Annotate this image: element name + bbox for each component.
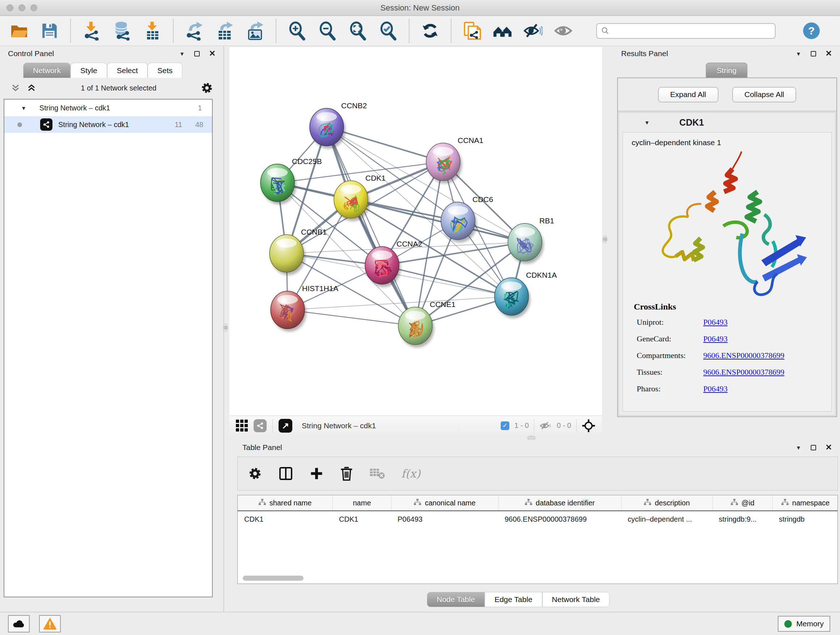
tab-string[interactable]: String: [706, 63, 748, 78]
table-cell[interactable]: 9606.ENSP00000378699: [498, 511, 621, 527]
table-row[interactable]: CDK1CDK1P064939606.ENSP00000378699cyclin…: [238, 511, 837, 527]
table-horizontal-scrollbar[interactable]: [243, 576, 303, 581]
collapse-all-button[interactable]: Collapse All: [732, 87, 797, 103]
panel-close-icon[interactable]: ✕: [826, 443, 832, 451]
birdseye-view-icon[interactable]: ↗: [279, 419, 292, 432]
eye-icon: [554, 21, 573, 41]
search-input[interactable]: [612, 27, 771, 35]
crosslink-value-link[interactable]: P06493: [703, 334, 821, 344]
table-cell[interactable]: cyclin–dependent ...: [621, 511, 712, 527]
open-session-button[interactable]: [9, 21, 29, 41]
tab-sets[interactable]: Sets: [148, 63, 182, 78]
grid-mode-icon[interactable]: [236, 420, 248, 432]
help-button[interactable]: ?: [803, 22, 820, 39]
warnings-button[interactable]: [39, 615, 61, 632]
crosslink-value-link[interactable]: P06493: [703, 384, 821, 394]
column-header[interactable]: database identifier: [498, 495, 621, 510]
table-cell[interactable]: P06493: [391, 511, 498, 527]
string-view-icon[interactable]: [254, 419, 267, 432]
panel-menu-icon[interactable]: ▼: [796, 445, 801, 450]
network-node-rb1[interactable]: RB1: [508, 217, 554, 264]
column-header[interactable]: @id: [712, 495, 772, 510]
panel-float-icon[interactable]: [194, 51, 200, 57]
network-edge[interactable]: [351, 200, 525, 242]
zoom-out-icon: [317, 21, 337, 41]
network-node-cdk1[interactable]: CDK1: [334, 174, 386, 221]
column-header[interactable]: name: [332, 495, 391, 510]
collection-expand-icon[interactable]: ▼: [21, 105, 27, 111]
zoom-selected-button[interactable]: [378, 21, 398, 41]
network-node-cdkn1a[interactable]: CDKN1A: [494, 271, 557, 318]
memory-button[interactable]: Memory: [778, 616, 830, 632]
zoom-out-button[interactable]: [317, 21, 337, 41]
panel-float-icon[interactable]: [811, 51, 816, 57]
zoom-in-button[interactable]: [287, 21, 307, 41]
hide-glass-ball-button[interactable]: [523, 21, 543, 41]
tab-network-table[interactable]: Network Table: [542, 592, 610, 607]
crosslink-value-link[interactable]: 9606.ENSP00000378699: [703, 367, 821, 377]
string-network-graph[interactable]: CCNB2CCNA1CDC25BCDK1CDC6RB1CCNB1CCNA2CDK…: [229, 47, 602, 416]
network-node-ccnb2[interactable]: CCNB2: [309, 101, 367, 149]
collection-count: 1: [198, 104, 212, 112]
export-image-button[interactable]: [245, 21, 265, 41]
zoom-in-icon: [287, 21, 307, 41]
gene-collapse-icon[interactable]: ▼: [644, 120, 650, 125]
string-import-button[interactable]: [462, 21, 482, 41]
panel-close-icon[interactable]: ✕: [209, 50, 216, 57]
panel-menu-icon[interactable]: ▼: [796, 51, 801, 57]
tab-node-table[interactable]: Node Table: [427, 592, 485, 607]
network-canvas[interactable]: CCNB2CCNA1CDC25BCDK1CDC6RB1CCNB1CCNA2CDK…: [229, 47, 602, 416]
network-node-cdc25b[interactable]: CDC25B: [261, 157, 322, 204]
export-table-button[interactable]: [215, 21, 234, 41]
show-graphics-details-button[interactable]: [554, 21, 573, 41]
column-header[interactable]: shared name: [238, 495, 332, 510]
network-node-ccna1[interactable]: CCNA1: [426, 136, 483, 184]
zoom-fit-button[interactable]: [348, 21, 368, 41]
right-splitter-handle[interactable]: [603, 235, 607, 243]
cloud-status-button[interactable]: [8, 615, 30, 632]
network-edge[interactable]: [327, 127, 415, 326]
column-header[interactable]: description: [621, 495, 712, 510]
selected-checkbox-icon[interactable]: ✓: [501, 421, 509, 430]
import-table-button[interactable]: [142, 21, 162, 41]
network-node-hist1h1a[interactable]: HIST1H1A: [271, 284, 338, 332]
network-row-selected[interactable]: String Network – cdk1 11 48: [4, 116, 212, 133]
crosslink-value-link[interactable]: P06493: [703, 318, 821, 327]
import-network-file-button[interactable]: [82, 21, 101, 41]
network-edge[interactable]: [287, 310, 415, 326]
table-cell[interactable]: stringdb:9...: [712, 511, 772, 527]
table-options-gear-icon[interactable]: [248, 466, 262, 481]
column-header[interactable]: namespace: [772, 495, 838, 510]
tab-select[interactable]: Select: [107, 63, 148, 78]
show-columns-icon[interactable]: [278, 466, 294, 481]
panel-float-icon[interactable]: [811, 445, 816, 450]
column-header[interactable]: canonical name: [391, 495, 498, 510]
table-cell[interactable]: CDK1: [332, 511, 391, 527]
tab-network[interactable]: Network: [23, 63, 71, 78]
tab-edge-table[interactable]: Edge Table: [485, 592, 542, 607]
home-species-button[interactable]: [493, 21, 512, 41]
left-splitter-handle[interactable]: [223, 324, 227, 332]
delete-column-trash-icon[interactable]: [340, 466, 354, 481]
export-network-button[interactable]: [185, 21, 204, 41]
expand-all-icon[interactable]: [26, 83, 37, 93]
gene-section-header[interactable]: ▼ CDK1: [619, 112, 835, 132]
collapse-all-icon[interactable]: [10, 83, 21, 93]
expand-all-button[interactable]: Expand All: [658, 87, 718, 103]
crosslink-value-link[interactable]: 9606.ENSP00000378699: [703, 351, 821, 360]
fit-selected-crosshair-icon[interactable]: [582, 419, 595, 432]
node-table[interactable]: shared namenamecanonical namedatabase id…: [237, 495, 838, 584]
panel-menu-icon[interactable]: ▼: [180, 51, 185, 57]
network-options-gear-icon[interactable]: [201, 81, 213, 95]
save-session-button[interactable]: [40, 21, 59, 41]
import-network-database-button[interactable]: [112, 21, 132, 41]
panel-close-icon[interactable]: ✕: [826, 50, 832, 57]
apply-layout-button[interactable]: [420, 21, 440, 41]
tab-style[interactable]: Style: [71, 63, 107, 78]
add-column-plus-icon[interactable]: [309, 466, 324, 481]
table-cell[interactable]: CDK1: [238, 511, 332, 527]
network-edge[interactable]: [382, 265, 512, 296]
network-node-ccnb1[interactable]: CCNB1: [270, 228, 327, 275]
network-collection-row[interactable]: ▼ String Network – cdk1 1: [4, 100, 212, 116]
table-cell[interactable]: stringdb: [772, 511, 838, 527]
